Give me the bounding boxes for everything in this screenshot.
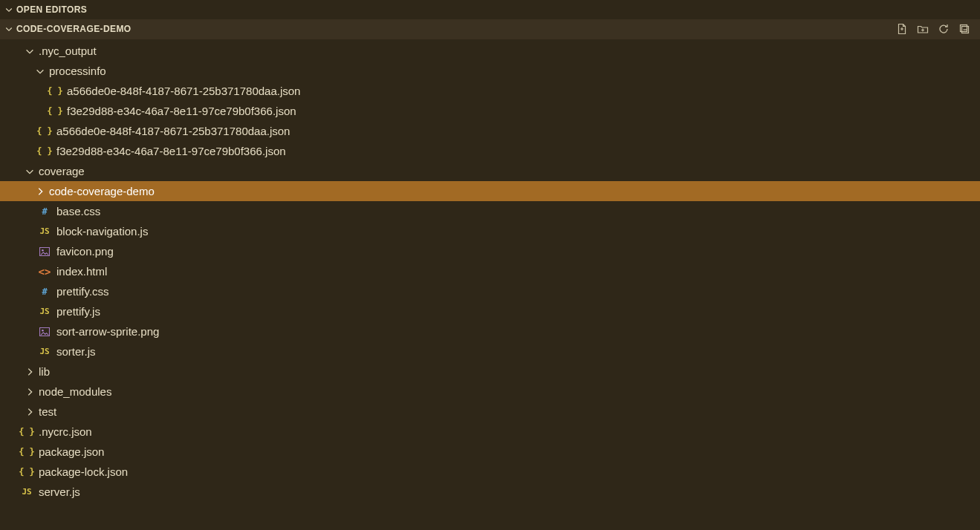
json-icon: { } [21, 446, 33, 458]
tree-item-label: code-coverage-demo [49, 185, 155, 197]
tree-item-label: processinfo [49, 65, 106, 77]
tree-item-label: base.css [56, 205, 100, 217]
svg-point-5 [42, 330, 44, 332]
refresh-button[interactable] [937, 22, 950, 36]
chevron-down-icon [24, 166, 36, 177]
image-icon [39, 326, 51, 338]
tree-item-label: .nyc_output [39, 45, 97, 57]
image-icon [39, 246, 51, 258]
tree-file[interactable]: JSsorter.js [0, 341, 980, 361]
tree-file[interactable]: JSserver.js [0, 482, 980, 502]
tree-file[interactable]: <>index.html [0, 261, 980, 281]
svg-rect-0 [961, 25, 967, 32]
tree-folder[interactable]: lib [0, 361, 980, 382]
tree-item-label: prettify.js [56, 305, 100, 318]
tree-folder[interactable]: processinfo [0, 61, 980, 81]
new-file-button[interactable] [895, 22, 909, 36]
tree-file[interactable]: #base.css [0, 201, 980, 221]
json-icon: { } [49, 85, 61, 97]
tree-item-label: test [39, 405, 56, 418]
explorer-toolbar [895, 22, 980, 36]
tree-folder[interactable]: coverage [0, 161, 980, 181]
tree-file[interactable]: favicon.png [0, 241, 980, 261]
tree-item-label: prettify.css [56, 285, 109, 298]
tree-item-label: f3e29d88-e34c-46a7-8e11-97ce79b0f366.jso… [56, 145, 286, 157]
chevron-right-icon [34, 186, 46, 197]
tree-item-label: server.js [39, 485, 80, 498]
js-icon: JS [39, 306, 51, 318]
tree-folder[interactable]: node_modules [0, 382, 980, 402]
tree-file[interactable]: sort-arrow-sprite.png [0, 321, 980, 341]
project-section-header[interactable]: CODE-COVERAGE-DEMO [0, 19, 980, 39]
chevron-down-icon [3, 4, 15, 16]
json-icon: { } [49, 105, 61, 117]
chevron-right-icon [24, 406, 36, 418]
tree-file[interactable]: JSblock-navigation.js [0, 221, 980, 241]
open-editors-section[interactable]: OPEN EDITORS [0, 0, 980, 19]
tree-item-label: favicon.png [56, 245, 114, 258]
chevron-down-icon [24, 45, 36, 57]
tree-file[interactable]: { }.nycrc.json [0, 422, 980, 442]
tree-item-label: f3e29d88-e34c-46a7-8e11-97ce79b0f366.jso… [67, 105, 296, 117]
tree-item-label: package.json [39, 445, 104, 458]
html-icon: <> [39, 266, 51, 278]
json-icon: { } [21, 426, 33, 438]
new-folder-button[interactable] [916, 22, 929, 36]
css-icon: # [39, 286, 51, 298]
json-icon: { } [39, 145, 51, 157]
tree-item-label: sorter.js [56, 345, 96, 358]
tree-item-label: node_modules [39, 385, 111, 398]
tree-folder[interactable]: code-coverage-demo [0, 181, 980, 201]
tree-item-label: package-lock.json [39, 465, 128, 478]
tree-item-label: .nycrc.json [39, 425, 92, 438]
collapse-all-button[interactable] [958, 22, 971, 36]
tree-folder[interactable]: test [0, 402, 980, 422]
tree-item-label: index.html [56, 265, 107, 278]
open-editors-label: OPEN EDITORS [16, 4, 87, 15]
tree-file[interactable]: JSprettify.js [0, 301, 980, 321]
json-icon: { } [21, 466, 33, 478]
chevron-right-icon [24, 366, 36, 378]
tree-item-label: lib [39, 365, 50, 378]
tree-file[interactable]: #prettify.css [0, 281, 980, 301]
tree-item-label: a566de0e-848f-4187-8671-25b371780daa.jso… [56, 125, 290, 137]
chevron-right-icon [24, 386, 36, 398]
tree-item-label: coverage [39, 165, 85, 177]
tree-file[interactable]: { }a566de0e-848f-4187-8671-25b371780daa.… [0, 81, 980, 101]
js-icon: JS [21, 486, 33, 498]
file-tree: .nyc_outputprocessinfo{ }a566de0e-848f-4… [0, 39, 980, 502]
json-icon: { } [39, 125, 51, 137]
tree-file[interactable]: { }f3e29d88-e34c-46a7-8e11-97ce79b0f366.… [0, 141, 980, 161]
tree-item-label: a566de0e-848f-4187-8671-25b371780daa.jso… [67, 85, 300, 97]
chevron-down-icon [34, 65, 46, 77]
tree-file[interactable]: { }package-lock.json [0, 462, 980, 482]
tree-folder[interactable]: .nyc_output [0, 41, 980, 61]
css-icon: # [39, 206, 51, 217]
svg-point-3 [42, 249, 44, 252]
tree-file[interactable]: { }a566de0e-848f-4187-8671-25b371780daa.… [0, 121, 980, 141]
tree-item-label: block-navigation.js [56, 225, 148, 238]
tree-file[interactable]: { }package.json [0, 442, 980, 462]
tree-item-label: sort-arrow-sprite.png [56, 325, 159, 338]
tree-file[interactable]: { }f3e29d88-e34c-46a7-8e11-97ce79b0f366.… [0, 101, 980, 121]
project-name-label: CODE-COVERAGE-DEMO [16, 24, 132, 34]
js-icon: JS [39, 226, 51, 238]
chevron-down-icon [3, 23, 15, 35]
js-icon: JS [39, 346, 51, 358]
